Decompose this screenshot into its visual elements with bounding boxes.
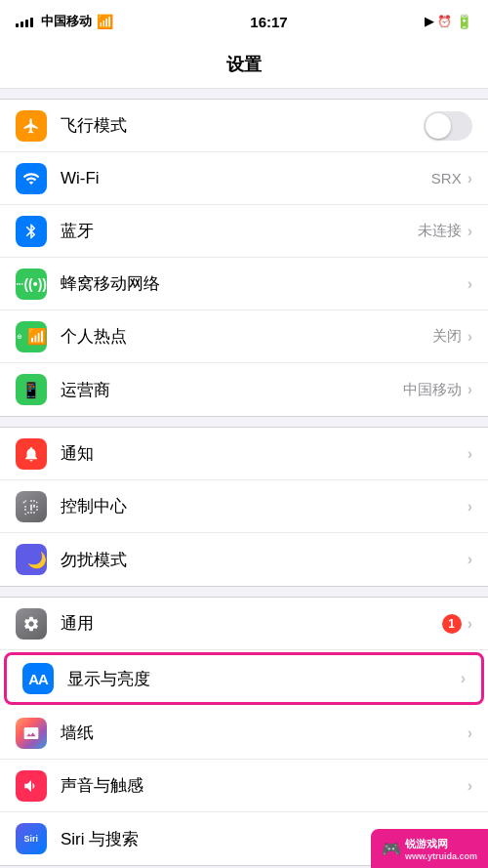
bluetooth-icon	[16, 216, 47, 247]
general-chevron: ›	[468, 615, 472, 633]
signal-icon	[16, 16, 33, 27]
general-icon	[16, 608, 47, 640]
status-time: 16:17	[250, 14, 287, 30]
cellular-label: 蜂窝移动网络	[61, 272, 468, 295]
general-label: 通用	[61, 612, 442, 635]
carrier-label: 运营商	[61, 379, 403, 401]
dnd-row[interactable]: 🌙 🌙 勿扰模式 ›	[0, 533, 488, 586]
hotspot-label: 个人热点	[61, 325, 432, 348]
status-bar: 中国移动 📶 16:17 ▶ ⏰ 🔋	[0, 0, 488, 43]
watermark-name: 锐游戏网	[405, 837, 477, 851]
control-center-label: 控制中心	[61, 495, 468, 517]
system-section: 通知 › 控制中心 › 🌙 🌙 勿扰模式 ›	[0, 427, 488, 587]
airplane-icon	[16, 110, 47, 142]
hotspot-chevron: ›	[468, 328, 472, 346]
svg-text:⊕: ⊕	[17, 332, 22, 339]
control-icon	[16, 491, 47, 522]
control-center-row[interactable]: 控制中心 ›	[0, 480, 488, 533]
svg-point-0	[17, 283, 19, 285]
carrier-chevron: ›	[468, 381, 472, 398]
carrier-label: 中国移动	[41, 13, 92, 30]
hotspot-row[interactable]: ⊕ 📶 个人热点 关闭 ›	[0, 310, 488, 363]
device-section: 通用 1 › AA 显示与亮度 › 墙纸 › 声音与触感 › Siri Siri…	[0, 597, 488, 866]
airplane-row[interactable]: 飞行模式	[0, 100, 488, 152]
status-right: ▶ ⏰ 🔋	[425, 14, 472, 29]
sounds-icon	[16, 770, 47, 802]
general-badge: 1	[442, 614, 462, 634]
cellular-chevron: ›	[468, 275, 472, 293]
svg-point-2	[21, 283, 23, 285]
bluetooth-value: 未连接	[418, 222, 462, 240]
cellular-row[interactable]: ((•)) 蜂窝移动网络 ›	[0, 258, 488, 310]
network-section: 飞行模式 Wi-Fi SRX › 蓝牙 未连接 › ((•)) 蜂窝移动网络 ›	[0, 99, 488, 417]
hotspot-icon: ⊕ 📶	[16, 321, 47, 352]
sounds-chevron: ›	[468, 777, 472, 795]
display-chevron: ›	[461, 670, 466, 687]
display-label: 显示与亮度	[67, 668, 461, 690]
general-row[interactable]: 通用 1 ›	[0, 598, 488, 650]
sounds-row[interactable]: 声音与触感 ›	[0, 760, 488, 812]
wifi-label: Wi-Fi	[61, 169, 431, 188]
dnd-icon: 🌙 🌙	[16, 544, 47, 575]
notifications-row[interactable]: 通知 ›	[0, 428, 488, 480]
wifi-icon: 📶	[97, 14, 113, 29]
cellular-icon: ((•))	[16, 269, 47, 300]
airplane-toggle[interactable]	[424, 111, 472, 141]
carrier-value: 中国移动	[403, 381, 462, 399]
carrier-row[interactable]: 📱 运营商 中国移动 ›	[0, 363, 488, 416]
hotspot-value: 关闭	[432, 327, 462, 346]
notifications-chevron: ›	[468, 445, 472, 463]
watermark: 🎮 锐游戏网 www.ytruida.com	[371, 829, 488, 868]
alarm-icon: ⏰	[437, 15, 452, 28]
watermark-url: www.ytruida.com	[405, 851, 477, 861]
page-title: 设置	[0, 43, 488, 89]
wallpaper-chevron: ›	[468, 724, 472, 742]
wifi-value: SRX	[431, 170, 462, 186]
bluetooth-label: 蓝牙	[61, 220, 418, 242]
wifi-row[interactable]: Wi-Fi SRX ›	[0, 152, 488, 205]
watermark-icon: 🎮	[382, 840, 401, 858]
svg-point-1	[19, 283, 20, 285]
display-row[interactable]: AA 显示与亮度 ›	[4, 652, 484, 705]
airplane-label: 飞行模式	[61, 114, 424, 137]
display-icon: AA	[22, 663, 54, 694]
wallpaper-label: 墙纸	[61, 722, 468, 744]
bluetooth-chevron: ›	[468, 223, 472, 240]
wifi-icon-row	[16, 163, 47, 194]
control-chevron: ›	[468, 498, 472, 516]
wallpaper-icon	[16, 718, 47, 749]
sounds-label: 声音与触感	[61, 774, 468, 797]
notifications-label: 通知	[61, 442, 468, 465]
dnd-label: 勿扰模式	[61, 549, 468, 571]
bluetooth-row[interactable]: 蓝牙 未连接 ›	[0, 205, 488, 258]
carrier-icon: 📱	[16, 374, 47, 405]
wifi-chevron: ›	[468, 170, 472, 187]
location-icon: ▶	[425, 15, 433, 28]
dnd-chevron: ›	[468, 551, 472, 568]
svg-text:Siri: Siri	[24, 834, 39, 844]
wallpaper-row[interactable]: 墙纸 ›	[0, 707, 488, 760]
notifications-icon	[16, 438, 47, 470]
status-left: 中国移动 📶	[16, 13, 113, 30]
battery-icon: 🔋	[456, 14, 472, 29]
siri-icon: Siri	[16, 823, 47, 854]
